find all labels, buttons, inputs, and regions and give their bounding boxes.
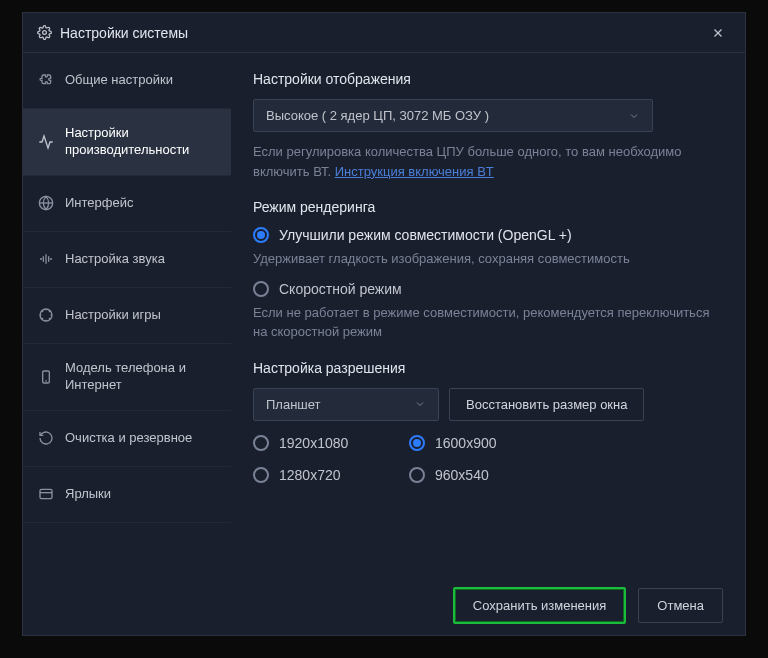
display-section-title: Настройки отображения — [253, 71, 723, 87]
footer: Сохранить изменения Отмена — [23, 575, 745, 635]
sidebar-item-game[interactable]: Настройки игры — [23, 288, 231, 344]
sidebar-item-general[interactable]: Общие настройки — [23, 53, 231, 109]
sidebar-item-label: Настройки производительности — [65, 125, 217, 159]
sidebar-item-backup[interactable]: Очистка и резервное — [23, 411, 231, 467]
close-button[interactable] — [711, 26, 731, 40]
radio-icon — [409, 467, 425, 483]
radio-label: Скоростной режим — [279, 281, 402, 297]
radio-label: Улучшили режим совместимости (OpenGL +) — [279, 227, 572, 243]
sidebar-item-phone-internet[interactable]: Модель телефона и Интернет — [23, 344, 231, 411]
window-body: Общие настройки Настройки производительн… — [23, 53, 745, 575]
render-section: Режим рендеринга Улучшили режим совмести… — [253, 199, 723, 342]
render-section-title: Режим рендеринга — [253, 199, 723, 215]
save-button[interactable]: Сохранить изменения — [453, 587, 627, 624]
sidebar-item-label: Настройка звука — [65, 251, 165, 268]
select-value: Планшет — [266, 397, 321, 412]
sidebar-item-label: Модель телефона и Интернет — [65, 360, 217, 394]
radio-icon — [253, 467, 269, 483]
sidebar-item-audio[interactable]: Настройка звука — [23, 232, 231, 288]
game-icon — [37, 307, 55, 323]
shortcuts-icon — [37, 486, 55, 502]
phone-icon — [37, 369, 55, 385]
resolution-option-1280x720[interactable]: 1280x720 — [253, 467, 393, 483]
radio-icon — [253, 227, 269, 243]
refresh-icon — [37, 430, 55, 446]
svg-point-5 — [40, 309, 52, 321]
svg-point-0 — [43, 31, 47, 35]
display-hint: Если регулировка количества ЦПУ больше о… — [253, 142, 723, 181]
sidebar: Общие настройки Настройки производительн… — [23, 53, 231, 575]
radio-label: 1600x900 — [435, 435, 497, 451]
titlebar: Настройки системы — [23, 13, 745, 53]
sidebar-item-label: Общие настройки — [65, 72, 173, 89]
puzzle-icon — [37, 73, 55, 89]
resolution-section: Настройка разрешения Планшет Восстановит… — [253, 360, 723, 489]
sidebar-item-performance[interactable]: Настройки производительности — [23, 109, 231, 176]
settings-window: Настройки системы Общие настройки Настро… — [22, 12, 746, 636]
vt-instructions-link[interactable]: Инструкция включения ВT — [335, 164, 494, 179]
sidebar-item-shortcuts[interactable]: Ярлыки — [23, 467, 231, 523]
render-option-desc: Удерживает гладкость изображения, сохран… — [253, 249, 723, 269]
select-value: Высокое ( 2 ядер ЦП, 3072 МБ ОЗУ ) — [266, 108, 489, 123]
activity-icon — [37, 134, 55, 150]
resolution-section-title: Настройка разрешения — [253, 360, 723, 376]
render-option-desc: Если не работает в режиме совместимости,… — [253, 303, 723, 342]
radio-icon — [409, 435, 425, 451]
svg-rect-8 — [40, 489, 52, 498]
reset-window-size-button[interactable]: Восстановить размер окна — [449, 388, 644, 421]
globe-icon — [37, 195, 55, 211]
resolution-preset-select[interactable]: Планшет — [253, 388, 439, 421]
render-option-speed[interactable]: Скоростной режим — [253, 281, 723, 297]
render-option-compatibility[interactable]: Улучшили режим совместимости (OpenGL +) — [253, 227, 723, 243]
sound-icon — [37, 251, 55, 267]
sidebar-item-label: Очистка и резервное — [65, 430, 192, 447]
resolution-option-960x540[interactable]: 960x540 — [409, 467, 549, 483]
radio-icon — [253, 281, 269, 297]
chevron-down-icon — [628, 110, 640, 122]
cancel-button[interactable]: Отмена — [638, 588, 723, 623]
sidebar-item-label: Ярлыки — [65, 486, 111, 503]
gear-icon — [37, 25, 52, 40]
display-preset-select[interactable]: Высокое ( 2 ядер ЦП, 3072 МБ ОЗУ ) — [253, 99, 653, 132]
resolution-option-1920x1080[interactable]: 1920x1080 — [253, 435, 393, 451]
radio-label: 960x540 — [435, 467, 489, 483]
window-title: Настройки системы — [60, 25, 711, 41]
radio-icon — [253, 435, 269, 451]
radio-label: 1920x1080 — [279, 435, 348, 451]
sidebar-item-interface[interactable]: Интерфейс — [23, 176, 231, 232]
resolution-option-1600x900[interactable]: 1600x900 — [409, 435, 549, 451]
display-section: Настройки отображения Высокое ( 2 ядер Ц… — [253, 71, 723, 181]
sidebar-item-label: Настройки игры — [65, 307, 161, 324]
radio-label: 1280x720 — [279, 467, 341, 483]
sidebar-item-label: Интерфейс — [65, 195, 133, 212]
content-panel: Настройки отображения Высокое ( 2 ядер Ц… — [231, 53, 745, 575]
chevron-down-icon — [414, 398, 426, 410]
